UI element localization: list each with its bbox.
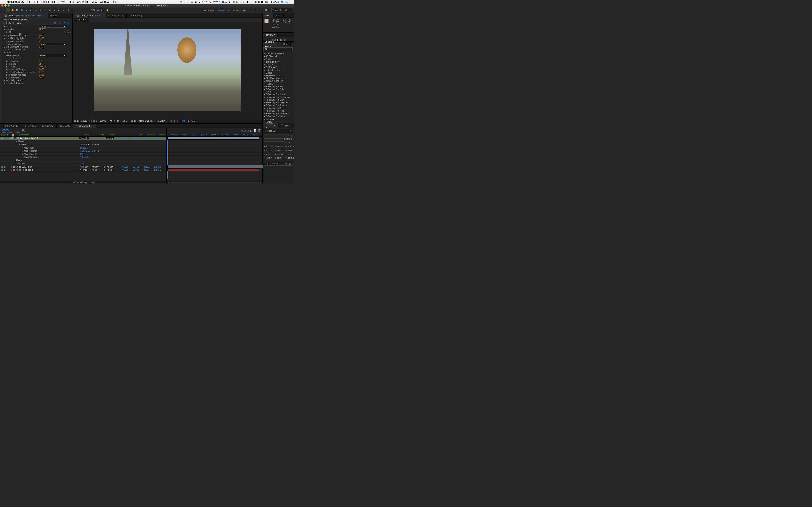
param-value[interactable]: 0.000 (39, 76, 44, 79)
ruler-icon[interactable]: ⊞ (93, 120, 95, 122)
effects-preset-category[interactable]: ▸Audio (263, 58, 294, 60)
roto-brush-tool-icon[interactable]: ✦ (62, 8, 65, 12)
preview-play-icon[interactable]: ▶ (277, 39, 279, 41)
preview-next-frame-icon[interactable]: |▶ (280, 39, 283, 41)
motion-jump-button[interactable]: ⤴JUMP (275, 149, 284, 152)
app-menu[interactable]: After Effects CC (5, 0, 24, 3)
tab-preview[interactable]: Preview ≡ (263, 33, 277, 37)
effects-preset-category[interactable]: ▸FxFactory Pro Blur (263, 85, 294, 88)
effects-preset-category[interactable]: ▸CINEMA 4D (263, 66, 294, 69)
col-duration[interactable]: Duration (146, 134, 156, 136)
home-icon[interactable]: ⌂ (1, 8, 5, 12)
param-value[interactable]: 10.000 (39, 46, 45, 48)
effects-preset-category[interactable]: ▸* Animation Presets (263, 52, 294, 55)
status-icon[interactable]: ✪ (199, 1, 200, 3)
tab-info[interactable]: Info ≡ (263, 13, 273, 18)
menu-help[interactable]: Help (112, 0, 117, 3)
param-value[interactable]: 31 (39, 63, 41, 65)
camera-dropdown[interactable]: Active Camera ▾ (138, 120, 156, 122)
status-icon[interactable]: ↻ (243, 1, 245, 3)
fx-header[interactable]: ▼fx FL Out Of Focus Reset About... (0, 21, 72, 25)
icon[interactable]: ⊹ (179, 120, 181, 122)
effects-preset-category[interactable]: ▸FxFactory Pro Transitions (263, 112, 294, 115)
axis-icon[interactable]: ⊹ (79, 8, 82, 12)
comp-subtab[interactable]: Comp 3× (74, 18, 89, 22)
param-value[interactable]: 0x+0.0° (39, 65, 46, 68)
timeline-ruler[interactable]: 0001000020000300004000050000600007000080… (167, 134, 262, 137)
pen-tool-icon[interactable]: ✎ (39, 8, 42, 12)
panel-overflow-icon[interactable]: » (291, 43, 294, 45)
puppet-tool-icon[interactable]: 📍 (66, 8, 70, 12)
status-icon[interactable]: ① (191, 1, 193, 3)
clock[interactable]: Fri 22:34 (270, 1, 279, 3)
effects-preset-category[interactable]: ▸FxFactory Pro Sharpen (263, 104, 294, 107)
layer-property-row[interactable]: ▼Masks (0, 140, 166, 143)
effects-preset-category[interactable]: ▸FxFactory Pro Glow (263, 99, 294, 101)
col-mode[interactable]: Mode (84, 134, 95, 136)
hand-tool-icon[interactable]: ✋ (11, 8, 14, 12)
selection-tool-icon[interactable]: ↖ (6, 8, 10, 12)
param-radius-slider[interactable] (4, 34, 68, 34)
tab-libraries[interactable]: Libra (281, 42, 290, 47)
layer-bar[interactable] (167, 165, 263, 168)
layer-row[interactable]: ◉◉▶200018.movNormal ▾None ▾⊚ None ▾00000… (0, 165, 166, 168)
layer-property-row[interactable]: Effects (0, 159, 166, 162)
resolution-dropdown[interactable]: Full ▾ (120, 120, 128, 122)
snapping-checkbox[interactable]: ☐ Snapping ⌵ ⚡ (91, 9, 109, 12)
motion-slider[interactable] (264, 134, 285, 135)
param-value[interactable]: 0.000 (39, 71, 44, 73)
param-altiris-dropdown[interactable]: None▾ (39, 54, 66, 57)
motion-clone-button[interactable]: ⊞CLONE (264, 149, 273, 152)
eraser-tool-icon[interactable]: ◧ (57, 8, 61, 12)
zoom-dropdown[interactable]: 100% ▾ (80, 120, 90, 122)
motion-null-button[interactable]: ○NULL (264, 153, 273, 155)
effects-search-input[interactable]: 🔍 (263, 47, 293, 51)
show-channel-icon[interactable]: ✦ (113, 120, 115, 122)
pan-behind-tool-icon[interactable]: ⊡ (29, 8, 33, 12)
current-time-display[interactable]: 00000 (99, 120, 107, 122)
color-mgmt-icon[interactable]: 🎨 (116, 120, 119, 122)
effects-preset-category[interactable]: ▸FxFactory Pro Generators (263, 96, 294, 99)
motion-preset-dropdown[interactable]: Motion v2▾ (264, 129, 293, 133)
axis-icon[interactable]: ⊹ (74, 8, 78, 12)
menu-effect[interactable]: Effect (68, 0, 74, 3)
wifi-icon[interactable]: ◡ (251, 1, 253, 3)
panel-overflow-icon[interactable]: » (293, 123, 294, 128)
current-time-indicator[interactable] (167, 137, 168, 179)
menu-edit[interactable]: Edit (34, 0, 39, 3)
param-outside-group[interactable]: -> Outside Image... (6, 82, 24, 84)
tab-footage[interactable]: Footage (none) (106, 13, 126, 18)
param-highlight-group[interactable]: -> Highlight Selection... (6, 79, 28, 81)
status-icon[interactable]: ▦ (233, 1, 235, 3)
camera-tool-icon[interactable]: ⊞ (24, 8, 28, 12)
alpha-icon[interactable]: ◐ (77, 120, 79, 122)
param-iris-group[interactable]: -> Iris.. (6, 51, 12, 54)
col-parent[interactable]: Parent (108, 134, 124, 136)
menu-window[interactable]: Window (100, 0, 109, 3)
sync-settings-icon[interactable]: ⊡ (254, 9, 256, 12)
close-window-button[interactable] (1, 4, 3, 7)
motion-name-button[interactable]: ✎NAME (285, 149, 294, 152)
status-icon[interactable]: ◉ (195, 1, 197, 3)
layer-bar[interactable] (167, 137, 259, 139)
motion-blend-button[interactable]: ⊕BLEND (275, 146, 284, 148)
param-value[interactable]: 0.000 (39, 37, 44, 40)
clone-stamp-tool-icon[interactable]: ⊛ (52, 8, 56, 12)
effects-preset-category[interactable]: ▸Generate (263, 118, 294, 120)
views-dropdown[interactable]: 1 View ▾ (157, 120, 168, 122)
param-show-dropdown[interactable]: normal blur▾ (39, 25, 66, 28)
tab-comp3[interactable]: × ▦ Comp 3 ≡ (73, 124, 96, 128)
col-stretch[interactable]: Stretch (156, 134, 166, 136)
zoom-tool-icon[interactable]: 🔍 (15, 8, 19, 12)
effects-preset-category[interactable]: ▸Expression Controls (263, 74, 294, 77)
rotation-tool-icon[interactable]: ↻ (20, 8, 24, 12)
motion-rope-button[interactable]: 〰ROPE (285, 153, 294, 155)
status-icon[interactable]: ◉ (229, 1, 231, 3)
zoom-in-icon[interactable]: ▲ (259, 181, 262, 183)
motion-excite-button[interactable]: ✚EXCITE (264, 146, 273, 148)
motion-slider[interactable] (264, 141, 284, 142)
icon[interactable]: ⋔ (176, 120, 178, 122)
type-tool-icon[interactable]: T (43, 8, 47, 12)
icon[interactable]: ⊞ (170, 120, 172, 122)
effects-preset-category[interactable]: ▸FxFactory Pro Tiling (263, 109, 294, 112)
